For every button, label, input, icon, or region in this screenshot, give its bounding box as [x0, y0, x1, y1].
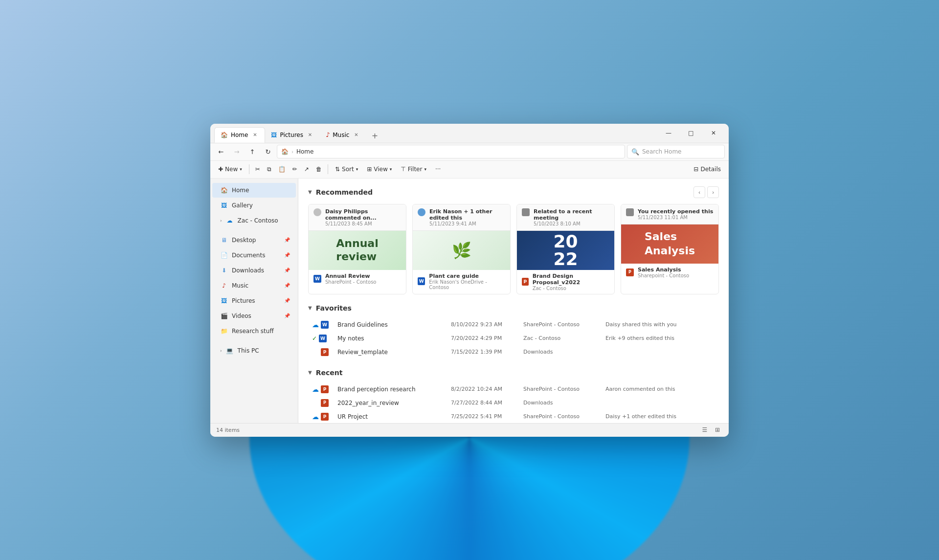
title-bar: 🏠 Home ✕ 🖼 Pictures ✕ ♪ Music ✕ + — □ ✕	[210, 124, 729, 143]
forward-button[interactable]: →	[230, 145, 244, 158]
brand-guidelines-location: SharePoint - Contoso	[523, 321, 602, 328]
pin-icon-desktop: 📌	[284, 237, 290, 243]
favorites-row-brand-guidelines[interactable]: ☁ W Brand Guidelines 8/10/2022 9:23 AM S…	[308, 318, 719, 332]
rec-card-brand-design-date: 5/10/2023 8:10 AM	[534, 221, 609, 226]
share-button[interactable]: ↗	[301, 162, 312, 176]
rec-card-annual-review[interactable]: Daisy Philipps commented on... 5/11/2023…	[308, 204, 406, 294]
cloud-icon-brand: ☁	[312, 321, 319, 329]
recommended-toggle[interactable]: ▼	[308, 189, 312, 195]
sidebar-zac-label: Zac - Contoso	[238, 217, 278, 224]
more-button[interactable]: ···	[431, 162, 445, 176]
sidebar-item-desktop[interactable]: 🖥 Desktop 📌	[212, 233, 296, 247]
rec-card-plant-care-footer: W Plant care guide Erik Nason's OneDrive…	[413, 270, 510, 293]
sidebar-item-pictures[interactable]: 🖼 Pictures 📌	[212, 293, 296, 308]
my-notes-date: 7/20/2022 4:29 PM	[451, 335, 519, 341]
tab-pictures-close[interactable]: ✕	[306, 131, 314, 139]
refresh-button[interactable]: ↻	[261, 145, 275, 158]
ur-project-location: SharePoint - Contoso	[523, 413, 602, 420]
grid-view-button[interactable]: ⊞	[712, 425, 723, 435]
recent-row-brand-perception[interactable]: ☁ P Brand perception research 8/2/2022 1…	[308, 382, 719, 396]
close-button[interactable]: ✕	[702, 125, 725, 141]
brand-guidelines-activity: Daisy shared this with you	[605, 321, 715, 328]
minimize-button[interactable]: —	[657, 125, 680, 141]
brand-perception-icons: ☁ P	[312, 385, 334, 393]
word-icon-2: W	[418, 277, 425, 285]
word-icon-1: W	[313, 275, 321, 283]
recommended-title: Recommended	[316, 188, 373, 196]
recent-row-year-review[interactable]: P 2022_year_in_review 7/27/2022 8:44 AM …	[308, 396, 719, 410]
favorites-title: Favorites	[316, 304, 352, 312]
pin-icon-pictures: 📌	[284, 298, 290, 303]
search-bar[interactable]: 🔍 Search Home	[627, 145, 725, 158]
downloads-sidebar-icon: ⬇	[220, 267, 228, 274]
recent-row-ur-project[interactable]: ☁ P UR Project 7/25/2022 5:41 PM SharePo…	[308, 410, 719, 423]
sidebar-item-downloads[interactable]: ⬇ Downloads 📌	[212, 263, 296, 278]
cut-button[interactable]: ✂	[252, 162, 263, 176]
sidebar-this-pc-label: This PC	[238, 347, 259, 354]
recent-toggle[interactable]: ▼	[308, 370, 312, 375]
up-button[interactable]: ↑	[246, 145, 259, 158]
rec-card-brand-design-user: Related to a recent meeting	[534, 208, 609, 221]
ppt-icon-1: P	[522, 278, 529, 286]
chevron-right-icon: ›	[291, 149, 293, 155]
sidebar-item-home[interactable]: 🏠 Home	[212, 183, 296, 198]
delete-button[interactable]: 🗑	[313, 162, 325, 176]
rec-card-brand-design[interactable]: Related to a recent meeting 5/10/2023 8:…	[516, 204, 615, 294]
sidebar-item-this-pc[interactable]: › 💻 This PC	[212, 343, 296, 358]
items-count: 14 items	[216, 427, 240, 433]
list-view-button[interactable]: ☰	[699, 425, 710, 435]
details-button[interactable]: ⊟ Details	[690, 162, 725, 176]
tab-home[interactable]: 🏠 Home ✕	[214, 127, 265, 143]
tab-music[interactable]: ♪ Music ✕	[320, 127, 366, 143]
main-area: 🏠 Home 🖼 Gallery › ☁ Zac - Contoso 🖥 Des…	[210, 179, 729, 423]
filter-button[interactable]: ⊤ Filter ▾	[397, 162, 430, 176]
address-bar[interactable]: 🏠 › Home	[277, 145, 625, 158]
review-template-icons: P	[312, 348, 334, 356]
sidebar-videos-label: Videos	[232, 313, 251, 319]
search-placeholder: Search Home	[642, 148, 681, 155]
year-review-icons: P	[312, 399, 334, 407]
desktop-sidebar-icon: 🖥	[220, 236, 228, 244]
rec-card-plant-care[interactable]: Erik Nason + 1 other edited this 5/11/20…	[412, 204, 511, 294]
favorites-row-my-notes[interactable]: ✓ W My notes 7/20/2022 4:29 PM Zac - Con…	[308, 332, 719, 345]
sidebar-item-music[interactable]: ♪ Music 📌	[212, 278, 296, 293]
sidebar-item-zac-contoso[interactable]: › ☁ Zac - Contoso	[212, 213, 296, 228]
brand-perception-location: SharePoint - Contoso	[523, 386, 602, 392]
favorites-toggle[interactable]: ▼	[308, 305, 312, 311]
ur-project-date: 7/25/2022 5:41 PM	[451, 413, 519, 420]
sort-chevron: ▾	[356, 167, 358, 172]
details-icon: ⊟	[693, 166, 698, 173]
tab-home-close[interactable]: ✕	[251, 131, 259, 139]
sort-button[interactable]: ⇅ Sort ▾	[331, 162, 362, 176]
rename-button[interactable]: ✏	[290, 162, 300, 176]
sidebar-item-gallery[interactable]: 🖼 Gallery	[212, 198, 296, 213]
address-text: Home	[296, 148, 313, 155]
recommended-prev[interactable]: ‹	[693, 186, 705, 198]
sidebar-item-research[interactable]: 📁 Research stuff	[212, 324, 296, 338]
rec-card-brand-design-preview: 2022	[517, 231, 614, 270]
sidebar: 🏠 Home 🖼 Gallery › ☁ Zac - Contoso 🖥 Des…	[210, 179, 298, 423]
tab-pictures[interactable]: 🖼 Pictures ✕	[265, 127, 320, 143]
new-button[interactable]: ✚ New ▾	[214, 162, 246, 176]
tab-bar: 🏠 Home ✕ 🖼 Pictures ✕ ♪ Music ✕ +	[214, 124, 653, 143]
sidebar-item-videos[interactable]: 🎬 Videos 📌	[212, 309, 296, 323]
review-template-name: Review_template	[337, 349, 447, 356]
new-icon: ✚	[218, 166, 223, 173]
rec-card-sales-analysis[interactable]: You recently opened this 5/11/2023 11:01…	[621, 204, 719, 294]
recommended-next[interactable]: ›	[707, 186, 719, 198]
copy-button[interactable]: ⧉	[264, 162, 274, 176]
maximize-button[interactable]: □	[680, 125, 702, 141]
pin-icon-music: 📌	[284, 283, 290, 288]
year-review-date: 7/27/2022 8:44 AM	[451, 400, 519, 406]
favorites-row-review-template[interactable]: P Review_template 7/15/2022 1:39 PM Down…	[308, 345, 719, 359]
back-button[interactable]: ←	[214, 145, 228, 158]
recent-title: Recent	[316, 369, 343, 377]
year-review-location: Downloads	[523, 400, 602, 406]
my-notes-name: My notes	[337, 335, 447, 342]
view-button[interactable]: ⊞ View ▾	[363, 162, 396, 176]
paste-button[interactable]: 📋	[275, 162, 289, 176]
sidebar-item-documents[interactable]: 📄 Documents 📌	[212, 248, 296, 263]
tab-music-close[interactable]: ✕	[352, 131, 360, 139]
sidebar-pictures-label: Pictures	[232, 297, 255, 304]
add-tab-button[interactable]: +	[368, 129, 381, 143]
